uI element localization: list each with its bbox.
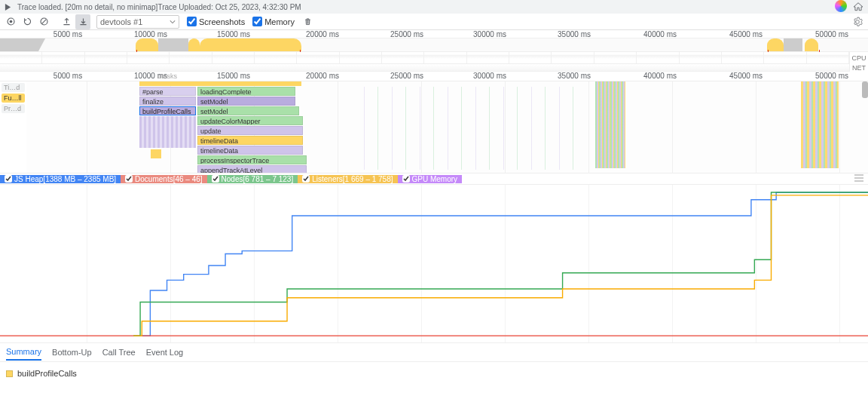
flame-chart[interactable]: Ti…d Fu…ll Pr…d #parse finalize buildPro…	[0, 81, 868, 173]
tab-call-tree[interactable]: Call Tree	[102, 345, 136, 360]
memory-label: Memory	[264, 17, 295, 26]
reload-button[interactable]	[20, 14, 35, 29]
flame-entry[interactable]: finalize	[139, 97, 196, 106]
tab-summary[interactable]: Summary	[6, 344, 41, 361]
ruler-tick: 40000 ms	[643, 72, 677, 80]
flame-sparse	[350, 87, 576, 170]
flame-entry[interactable]: setModel	[197, 106, 299, 115]
legend-listeners[interactable]: Listeners[1 669 – 1 758]	[298, 175, 397, 183]
screenshots-checkbox-input[interactable]	[187, 17, 197, 26]
summary-function-name: buildProfileCalls	[17, 369, 77, 378]
ruler-tick: 50000 ms	[815, 72, 848, 80]
svg-point-1	[9, 20, 12, 23]
select-label: devtools #1	[100, 17, 142, 26]
recording-select[interactable]: devtools #1	[96, 15, 179, 29]
flame-entry[interactable]: appendTrackAtLevel	[197, 165, 307, 173]
overview-ruler: 5000 ms 10000 ms 15000 ms 20000 ms 25000…	[0, 30, 868, 38]
range-handle-left[interactable]	[0, 38, 45, 51]
collect-garbage-button[interactable]	[301, 14, 316, 29]
main-ruler: 5000 ms 10000 ms otasks 15000 ms 20000 m…	[0, 72, 868, 81]
cpu-overview: CPU	[0, 52, 868, 64]
legend-nodes[interactable]: Nodes[6 781 – 7 123]	[207, 175, 298, 183]
ruler-tick: 35000 ms	[558, 72, 591, 80]
memory-chart-svg	[0, 185, 868, 343]
save-profile-button[interactable]	[75, 14, 90, 29]
flame-entry[interactable]: loadingComplete	[197, 87, 295, 96]
record-button[interactable]	[3, 14, 18, 29]
detail-tabs: Summary Bottom-Up Call Tree Event Log	[0, 343, 868, 362]
track-label[interactable]: Fu…ll	[2, 94, 25, 103]
scrollbar-thumb[interactable]	[862, 81, 868, 98]
task-bar[interactable]	[139, 81, 301, 86]
screenshots-label: Screenshots	[199, 17, 245, 26]
net-label: NET	[849, 64, 868, 72]
flame-cluster[interactable]	[595, 81, 625, 168]
ruler-tick: 45000 ms	[729, 72, 763, 80]
screenshots-checkbox[interactable]: Screenshots	[187, 17, 245, 26]
stop-button[interactable]	[36, 14, 51, 29]
memory-checkbox[interactable]: Memory	[252, 17, 295, 26]
track-labels: Ti…d Fu…ll Pr…d	[0, 81, 26, 173]
flame-entry[interactable]: update	[197, 126, 303, 135]
flame-entry[interactable]: #parse	[139, 87, 196, 96]
memory-chart-menu-icon[interactable]	[850, 174, 868, 183]
ruler-tick: 50000 ms	[815, 30, 848, 38]
flame-entry[interactable]: setModel	[197, 97, 295, 106]
load-profile-button[interactable]	[59, 14, 74, 29]
ruler-tick: 25000 ms	[390, 30, 423, 38]
ruler-tick: 40000 ms	[643, 30, 677, 38]
track-label[interactable]: Pr…d	[2, 104, 25, 113]
microtasks-label: otasks	[157, 72, 177, 80]
ruler-tick: 45000 ms	[729, 30, 763, 38]
flame-entry-selected[interactable]: buildProfileCalls	[139, 106, 196, 115]
memory-checkbox-input[interactable]	[252, 17, 262, 26]
ruler-tick: 5000 ms	[53, 30, 82, 38]
cpu-label: CPU	[849, 52, 868, 64]
globe-icon[interactable]	[835, 0, 847, 14]
ruler-tick: 30000 ms	[473, 30, 506, 38]
chevron-down-icon	[170, 19, 176, 25]
flame-entry[interactable]: updateColorMapper	[197, 116, 303, 125]
ruler-tick: 20000 ms	[306, 72, 339, 80]
summary-color-swatch	[6, 370, 13, 377]
status-text: Trace loaded. [20m no detail, no minimap…	[17, 3, 829, 11]
flame-body[interactable]: #parse finalize buildProfileCalls loadin…	[26, 81, 868, 173]
memory-chart[interactable]	[0, 185, 868, 343]
tab-event-log[interactable]: Event Log	[146, 345, 184, 360]
ruler-tick: 20000 ms	[306, 30, 339, 38]
ruler-tick: 30000 ms	[473, 72, 506, 80]
flame-entry[interactable]: timelineData	[197, 146, 303, 155]
performance-toolbar: devtools #1 Screenshots Memory	[0, 14, 868, 30]
net-overview: NET	[0, 64, 868, 72]
legend-jsheap[interactable]: JS Heap[1388 MB – 2385 MB]	[0, 175, 121, 183]
flame-cluster[interactable]	[801, 81, 839, 168]
legend-documents[interactable]: Documents[46 – 46]	[121, 175, 207, 183]
flame-block[interactable]	[151, 149, 161, 158]
ruler-tick: 5000 ms	[53, 72, 82, 80]
detail-summary: buildProfileCalls	[0, 362, 868, 385]
track-label[interactable]: Ti…d	[2, 83, 25, 92]
tab-bottom-up[interactable]: Bottom-Up	[52, 345, 92, 360]
flame-entry[interactable]: processInspectorTrace	[197, 155, 307, 164]
home-icon[interactable]	[853, 2, 863, 12]
ruler-tick: 25000 ms	[390, 72, 423, 80]
ruler-tick: 15000 ms	[217, 30, 250, 38]
svg-line-3	[41, 20, 46, 24]
ruler-tick: 35000 ms	[558, 30, 591, 38]
memory-legend: JS Heap[1388 MB – 2385 MB] Documents[46 …	[0, 173, 868, 185]
flame-entry[interactable]: timelineData	[197, 136, 303, 145]
play-icon[interactable]	[5, 4, 11, 11]
status-bar: Trace loaded. [20m no detail, no minimap…	[0, 0, 868, 14]
legend-gpu[interactable]: GPU Memory	[398, 175, 463, 183]
ruler-tick: 10000 ms	[134, 30, 167, 38]
settings-button[interactable]	[850, 14, 865, 29]
flame-stack[interactable]	[139, 116, 196, 148]
ruler-tick: 15000 ms	[217, 72, 250, 80]
overview-minimap[interactable]	[0, 38, 868, 52]
